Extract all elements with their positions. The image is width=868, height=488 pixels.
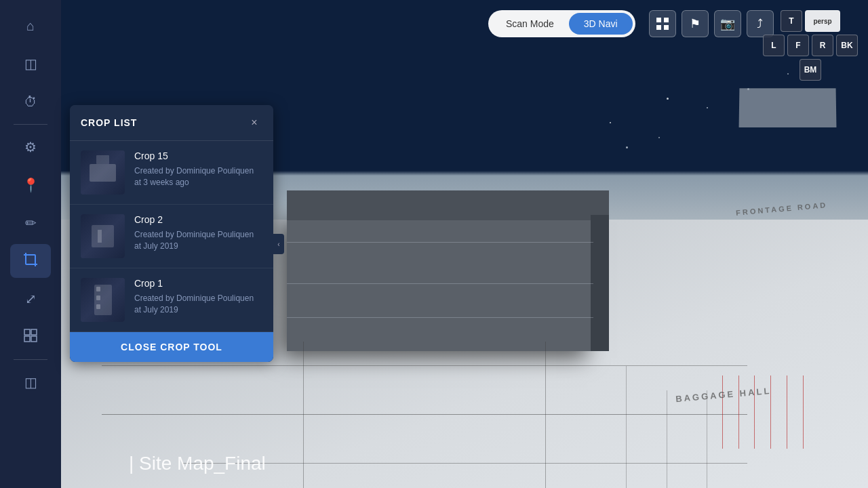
- sidebar-item-crop[interactable]: [10, 244, 51, 278]
- site-label: | Site Map_Final: [129, 453, 266, 474]
- crop-list: Crop 15 Created by Dominique Pouliquen a…: [70, 141, 273, 332]
- nav-keys: T persp L F R BK BM: [763, 10, 858, 81]
- sidebar-item-view[interactable]: [10, 320, 51, 354]
- layers-icon: ◫: [24, 56, 37, 72]
- sidebar-item-settings[interactable]: ⚙: [10, 130, 51, 164]
- parking-line-6: [722, 375, 723, 449]
- crop-name-2: Crop 2: [134, 214, 262, 225]
- sidebar-divider-2: [14, 359, 47, 360]
- floor-line-2: [102, 365, 747, 366]
- svg-rect-7: [24, 336, 30, 342]
- crop-panel: CROP LIST × Crop 15 Created by Dominique…: [70, 105, 273, 362]
- sidebar-item-location[interactable]: 📍: [10, 168, 51, 202]
- thumb-detail-15: [96, 155, 110, 164]
- nav-key-bm[interactable]: BM: [800, 59, 821, 81]
- scan-detail-1: [287, 242, 593, 243]
- nav-row-bottom: BM: [763, 59, 858, 81]
- crop-thumbnail-1: [81, 278, 125, 322]
- parking-line-5: [738, 375, 739, 449]
- crop-item-2[interactable]: Crop 2 Created by Dominique Pouliquen at…: [70, 205, 273, 268]
- crop-info-2: Crop 2 Created by Dominique Pouliquen at…: [134, 214, 262, 252]
- nav-key-r[interactable]: R: [812, 35, 833, 56]
- nav-row-middle: L F R BK: [763, 35, 858, 56]
- crop-item-1[interactable]: Crop 1 Created by Dominique Pouliquen at…: [70, 268, 273, 332]
- nav-row-top: T persp: [763, 10, 858, 32]
- crop-panel-title: CROP LIST: [81, 117, 137, 128]
- sidebar-divider-1: [14, 124, 47, 125]
- thumb-shape-15: [90, 164, 116, 182]
- building-main: [287, 215, 593, 352]
- sidebar: ⌂ ◫ ⏱ ⚙ 📍 ✏ ⤢: [0, 0, 61, 488]
- sidebar-item-export[interactable]: ◫: [10, 365, 51, 399]
- navi-3d-button[interactable]: 3D Navi: [569, 13, 633, 35]
- nav-key-t[interactable]: T: [781, 10, 802, 32]
- crop-thumb-inner-2: [81, 214, 125, 258]
- floor-vline-3: [626, 366, 627, 488]
- floor-line-3: [182, 463, 747, 464]
- nav-key-bk[interactable]: BK: [836, 35, 858, 56]
- crop-thumbnail-2: [81, 214, 125, 258]
- thumb-detail-2: [98, 230, 102, 243]
- crop-meta-2: Created by Dominique Pouliquen at July 2…: [134, 229, 262, 252]
- scan-mode-button[interactable]: Scan Mode: [491, 13, 569, 35]
- parking-line-2: [787, 375, 787, 449]
- point-7: [707, 107, 708, 108]
- floor-vline-5: [707, 390, 707, 488]
- share-icon: ⤴: [757, 17, 763, 31]
- point-6: [667, 98, 669, 100]
- floor-vline-1: [303, 342, 304, 488]
- point-3: [626, 146, 628, 148]
- crop-info-15: Crop 15 Created by Dominique Pouliquen a…: [134, 150, 262, 188]
- grid-icon: [656, 17, 669, 30]
- top-toolbar: Scan Mode 3D Navi ⚑ 📷 ⤴: [122, 0, 868, 47]
- panel-collapse-arrow[interactable]: ‹: [273, 234, 284, 254]
- sidebar-item-edit[interactable]: ✏: [10, 206, 51, 240]
- toolbar-icons: ⚑ 📷 ⤴: [649, 10, 774, 37]
- crop-meta-1: Created by Dominique Pouliquen at July 2…: [134, 293, 262, 316]
- frontage-road-label: FRONTAGE ROAD: [736, 201, 828, 218]
- view-icon: [23, 328, 38, 346]
- camera-icon: 📷: [720, 16, 735, 31]
- nav-key-l[interactable]: L: [763, 35, 785, 56]
- floor-vline-4: [667, 390, 667, 488]
- crop-thumbnail-15: [81, 150, 125, 195]
- camera-button[interactable]: 📷: [714, 10, 741, 37]
- crop-item-15[interactable]: Crop 15 Created by Dominique Pouliquen a…: [70, 141, 273, 205]
- crop-meta-15: Created by Dominique Pouliquen at 3 week…: [134, 165, 262, 188]
- crop-panel-close-button[interactable]: ×: [246, 115, 262, 131]
- svg-rect-6: [31, 329, 37, 335]
- close-crop-tool-button[interactable]: CLOSE CROP TOOL: [70, 332, 273, 362]
- mode-toggle: Scan Mode 3D Navi: [488, 10, 635, 37]
- crop-thumb-inner-1: [81, 278, 125, 322]
- secondary-structure: [738, 88, 836, 127]
- crop-name-1: Crop 1: [134, 278, 262, 289]
- svg-rect-5: [24, 329, 30, 335]
- chevron-left-icon: ‹: [277, 241, 279, 248]
- thumb-dot-1c: [96, 304, 101, 309]
- svg-rect-9: [656, 18, 661, 22]
- sidebar-item-transform[interactable]: ⤢: [10, 282, 51, 316]
- home-icon: ⌂: [26, 18, 35, 34]
- nav-key-persp[interactable]: persp: [805, 10, 840, 32]
- sidebar-item-history[interactable]: ⏱: [10, 85, 51, 119]
- floor-vline-2: [545, 342, 546, 488]
- sidebar-item-layers[interactable]: ◫: [10, 47, 51, 81]
- edit-icon: ✏: [25, 215, 37, 231]
- grid-view-button[interactable]: [649, 10, 676, 37]
- crop-icon: [23, 252, 38, 270]
- flag-button[interactable]: ⚑: [682, 10, 709, 37]
- scan-detail-3: [287, 317, 593, 318]
- svg-rect-8: [31, 336, 37, 342]
- svg-rect-12: [664, 25, 669, 30]
- crop-panel-header: CROP LIST ×: [70, 105, 273, 141]
- sidebar-item-home[interactable]: ⌂: [10, 9, 51, 43]
- thumb-dot-1a: [96, 287, 101, 291]
- crop-info-1: Crop 1 Created by Dominique Pouliquen at…: [134, 278, 262, 316]
- scan-detail-2: [287, 283, 593, 284]
- transform-icon: ⤢: [25, 291, 37, 307]
- flag-icon: ⚑: [690, 16, 701, 31]
- parking-line-1: [803, 375, 804, 449]
- crop-name-15: Crop 15: [134, 150, 262, 161]
- nav-key-f[interactable]: F: [787, 35, 809, 56]
- floor-line-1: [102, 414, 747, 415]
